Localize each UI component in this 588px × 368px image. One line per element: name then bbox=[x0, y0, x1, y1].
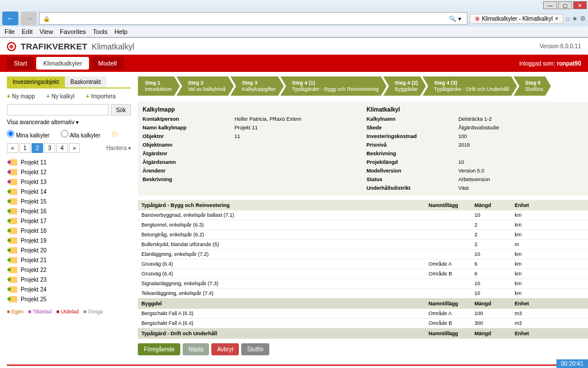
menu-file[interactable]: File bbox=[5, 28, 15, 35]
step[interactable]: Steg 4 (1)Typåtgärder - Bygg och Reinves… bbox=[280, 76, 386, 96]
folder-icon bbox=[9, 169, 17, 175]
page-1[interactable]: 1 bbox=[20, 143, 31, 153]
menu-favorites[interactable]: Favorites bbox=[60, 28, 86, 35]
hantera-dropdown[interactable]: Hantera ▾ bbox=[106, 145, 131, 151]
step[interactable]: Steg 5Slutföra bbox=[513, 76, 551, 96]
info-field: 100 bbox=[458, 133, 588, 139]
folder-icon bbox=[9, 208, 17, 214]
project-item[interactable]: Projekt 15 bbox=[7, 197, 131, 206]
address-bar[interactable]: 🔒 🔍 ▾ bbox=[39, 12, 467, 25]
prev-button[interactable]: Föregående bbox=[138, 343, 180, 355]
search-button[interactable]: Sök bbox=[111, 104, 131, 116]
table-row[interactable]: Grusväg (6.4)Område B6km bbox=[138, 269, 588, 278]
back-button[interactable]: ← bbox=[2, 12, 18, 25]
forward-button[interactable]: → bbox=[21, 12, 37, 25]
project-item[interactable]: Projekt 19 bbox=[7, 236, 131, 246]
subtab-investeringsobjekt[interactable]: Investeringsobjekt bbox=[7, 76, 65, 87]
minimize-button[interactable]: — bbox=[543, 1, 557, 9]
step[interactable]: Steg 4 (3)Typåtgärder - Drift och Underh… bbox=[423, 76, 517, 96]
project-item[interactable]: Projekt 20 bbox=[7, 246, 131, 255]
folder-icon bbox=[9, 277, 17, 283]
project-item[interactable]: Projekt 11 bbox=[7, 158, 131, 167]
tab-start[interactable]: Start bbox=[7, 57, 34, 70]
new-folder-link[interactable]: +Ny mapp bbox=[7, 93, 35, 99]
close-button[interactable]: ✕ bbox=[573, 1, 587, 9]
table-row[interactable]: Signalanläggning, enkelspår (7.3)10km bbox=[138, 278, 588, 288]
menu-view[interactable]: View bbox=[40, 28, 53, 35]
tab-modell[interactable]: Modell bbox=[91, 57, 123, 70]
project-name: Projekt 20 bbox=[21, 247, 47, 254]
browser-tab[interactable]: ⊕ Klimatkalkyler - Klimatkalkyl × bbox=[470, 14, 563, 24]
info-panel: Kalkylmapp Klimatkalkyl KontaktpersonNam… bbox=[138, 102, 588, 195]
info-field bbox=[234, 142, 366, 148]
info-field: Modellversion bbox=[366, 168, 458, 174]
info-field: Kontaktperson bbox=[142, 116, 234, 122]
step[interactable]: Steg 2Val av kalkylnivå bbox=[176, 76, 234, 96]
menu-edit[interactable]: Edit bbox=[22, 28, 33, 35]
page-4[interactable]: 4 bbox=[56, 143, 68, 153]
table-row[interactable]: Bullerskydd, blandat utförande (5)2m bbox=[138, 239, 588, 249]
table-row[interactable]: Bergtunnel, enkelspår (6.3)2km bbox=[138, 220, 588, 229]
step[interactable]: Steg 3Kalkyluppgifter bbox=[230, 76, 284, 96]
finish-button[interactable]: Slutför bbox=[241, 343, 269, 355]
cancel-button[interactable]: Avbryt bbox=[211, 343, 239, 355]
project-item[interactable]: Projekt 22 bbox=[7, 265, 131, 275]
project-item[interactable]: Projekt 25 bbox=[7, 294, 131, 304]
tab-klimatkalkyler[interactable]: Klimatkalkyler bbox=[36, 57, 89, 70]
page-2[interactable]: 2 bbox=[32, 143, 43, 153]
search-input[interactable] bbox=[7, 104, 109, 116]
tools-icon[interactable]: ⚙ bbox=[580, 15, 586, 22]
favorites-icon[interactable]: ★ bbox=[572, 15, 578, 22]
info-field: Status bbox=[366, 177, 458, 182]
legend: ■ Egen ■ Tilldelad ■ Utdelad ■ Övriga bbox=[7, 309, 131, 315]
project-item[interactable]: Projekt 16 bbox=[7, 206, 131, 216]
table-row[interactable]: Bergschakt Fall A (6.4)Område B300m3 bbox=[138, 318, 588, 328]
info-field: Objektnr bbox=[142, 133, 234, 139]
project-name: Projekt 17 bbox=[21, 218, 47, 224]
maximize-button[interactable]: ▢ bbox=[558, 1, 572, 9]
folder-icon bbox=[9, 189, 17, 195]
menu-help[interactable]: Help bbox=[114, 28, 127, 35]
new-calc-link[interactable]: +Ny kalkyl bbox=[47, 93, 75, 99]
table-row[interactable]: Banöverbyggnad, enkelspår ballast (7.1)1… bbox=[138, 210, 588, 220]
info-field bbox=[234, 168, 366, 174]
page-»[interactable]: » bbox=[69, 143, 80, 153]
project-item[interactable]: Projekt 14 bbox=[7, 187, 131, 197]
menu-tools[interactable]: Tools bbox=[93, 28, 108, 35]
info-heading-left: Kalkylmapp bbox=[142, 106, 366, 113]
radio-mine[interactable]: Mina kalkyler bbox=[7, 130, 49, 139]
table-row[interactable]: Teleanläggning, enkelspår (7.4)10km bbox=[138, 288, 588, 298]
app-title: Klimatkalkyl bbox=[92, 42, 134, 51]
table-row[interactable]: Grusväg (6.4)Område A6km bbox=[138, 259, 588, 269]
subtab-baskontrakt[interactable]: Baskontrakt bbox=[65, 76, 107, 87]
next-button[interactable]: Nästa bbox=[183, 343, 209, 355]
radio-all[interactable]: Alla kalkyler bbox=[61, 130, 100, 139]
project-item[interactable]: Projekt 12 bbox=[7, 167, 131, 177]
project-item[interactable]: Projekt 17 bbox=[7, 216, 131, 226]
info-field: Väst bbox=[458, 185, 588, 191]
project-item[interactable]: Projekt 24 bbox=[7, 285, 131, 294]
step[interactable]: Steg 4 (2)Byggdelar bbox=[383, 76, 426, 96]
step[interactable]: Steg 1Introduktion bbox=[138, 76, 180, 96]
project-name: Projekt 19 bbox=[21, 237, 47, 244]
info-icon[interactable]: ⓘ bbox=[112, 131, 118, 139]
import-link[interactable]: +Importera bbox=[86, 93, 116, 99]
page-«[interactable]: « bbox=[7, 143, 18, 153]
project-item[interactable]: Projekt 18 bbox=[7, 226, 131, 236]
folder-icon bbox=[9, 198, 17, 205]
info-heading-right: Klimatkalkyl bbox=[366, 106, 400, 113]
project-item[interactable]: Projekt 13 bbox=[7, 177, 131, 187]
info-field: Projekt 11 bbox=[234, 125, 366, 131]
tab-close-icon[interactable]: × bbox=[555, 16, 559, 22]
sidebar-toolbar: +Ny mapp +Ny kalkyl +Importera bbox=[7, 93, 131, 99]
browser-nav: ← → 🔒 🔍 ▾ ⊕ Klimatkalkyler - Klimatkalky… bbox=[0, 10, 588, 26]
page-3[interactable]: 3 bbox=[44, 143, 56, 153]
table-row[interactable]: Elanläggning, enkelspår (7.2)10km bbox=[138, 249, 588, 259]
project-item[interactable]: Projekt 21 bbox=[7, 255, 131, 265]
table-row[interactable]: Betongtråg, enkelspår (6.2)2km bbox=[138, 229, 588, 239]
main-nav: StartKlimatkalkylerModell Inloggad som: … bbox=[0, 55, 588, 72]
home-icon[interactable]: ⌂ bbox=[566, 15, 570, 22]
table-row[interactable]: Bergschakt Fall A (6.3)Område A100m3 bbox=[138, 309, 588, 319]
project-item[interactable]: Projekt 23 bbox=[7, 275, 131, 285]
advanced-toggle[interactable]: Visa avancerade alternativ ▾ bbox=[7, 119, 131, 125]
